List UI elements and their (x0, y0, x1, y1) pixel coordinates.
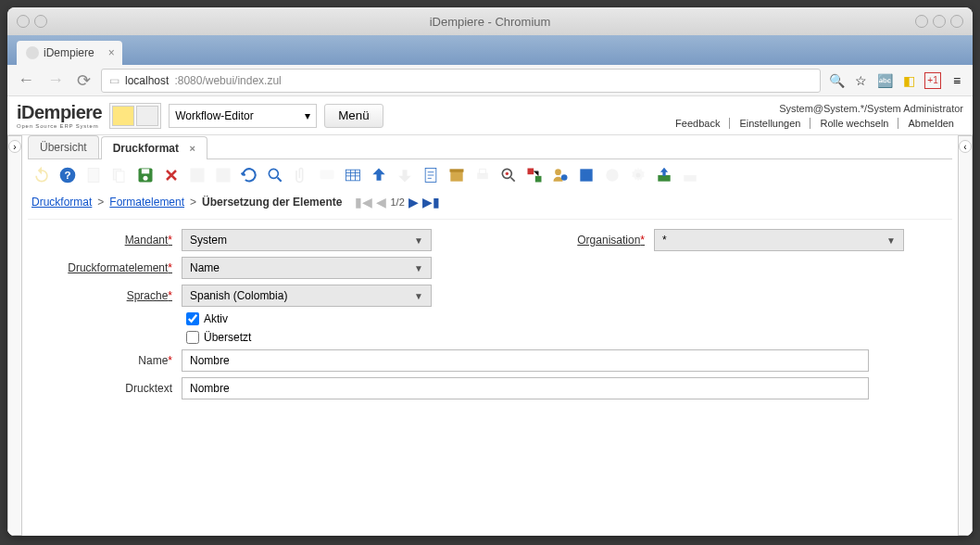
svg-rect-9 (217, 169, 231, 183)
settings-link[interactable]: Einstellungen (730, 118, 810, 129)
app-menu-icon[interactable] (17, 15, 30, 28)
svg-rect-11 (320, 170, 334, 179)
new-icon[interactable] (83, 165, 104, 185)
requests-icon[interactable] (550, 165, 571, 185)
active-workflow-icon[interactable] (524, 165, 545, 185)
first-record-icon[interactable]: ▮◀ (355, 195, 372, 209)
action-toolbar: ? (28, 159, 952, 191)
logo: iDempiere Open Source ERP System (17, 102, 102, 129)
change-role-link[interactable]: Rolle wechseln (810, 118, 898, 129)
new-record-icon[interactable] (112, 106, 134, 126)
print-icon[interactable] (472, 165, 493, 185)
copy-icon[interactable] (109, 165, 130, 185)
browser-tab[interactable]: iDempiere × (17, 41, 122, 65)
window-title: iDempiere - Chromium (430, 15, 551, 29)
next-record-icon[interactable]: ▶ (408, 195, 419, 209)
svg-rect-4 (117, 171, 124, 183)
mandant-select[interactable]: System▼ (182, 229, 432, 251)
save-icon[interactable] (135, 165, 156, 185)
search-icon[interactable] (265, 165, 285, 185)
window-titlebar: iDempiere - Chromium (7, 7, 973, 35)
drucktext-label: Drucktext (33, 382, 172, 395)
workflow-selector[interactable]: Workflow-Editor ▾ (169, 104, 317, 128)
save-new-icon[interactable] (187, 165, 207, 185)
svg-rect-2 (88, 169, 99, 183)
list-view-icon[interactable] (136, 106, 158, 126)
organisation-select[interactable]: *▼ (654, 229, 904, 251)
drucktext-input[interactable] (182, 377, 869, 399)
prev-record-icon[interactable]: ◀ (376, 195, 386, 209)
workspace-tabs: Übersicht Druckformat × (28, 135, 952, 159)
svg-rect-8 (191, 169, 205, 183)
reload-icon[interactable]: ⟳ (74, 70, 94, 91)
mandant-value: System (190, 234, 227, 247)
name-input[interactable] (182, 349, 869, 372)
forward-icon[interactable]: → (44, 70, 67, 90)
product-info-icon[interactable] (576, 165, 597, 185)
maximize-icon[interactable] (933, 15, 946, 28)
crumb-formatelement[interactable]: Formatelement (109, 196, 184, 209)
menu-icon[interactable]: ≡ (949, 72, 965, 89)
logo-sub: Open Source ERP System (17, 123, 102, 129)
close-window-icon[interactable] (950, 15, 963, 28)
refresh-icon[interactable] (239, 165, 259, 185)
process-icon[interactable] (602, 165, 622, 185)
export-icon[interactable] (654, 165, 674, 185)
druckformatelement-select[interactable]: Name▼ (182, 257, 432, 279)
organisation-value: * (662, 234, 667, 247)
gear-icon[interactable] (628, 165, 648, 185)
import-icon[interactable] (680, 165, 700, 185)
archive-icon[interactable] (446, 165, 467, 185)
window-pin-icon[interactable] (34, 15, 47, 28)
address-input[interactable]: ▭ localhost:8080/webui/index.zul (101, 69, 821, 93)
favicon-icon (26, 46, 39, 59)
chat-icon[interactable] (317, 165, 337, 185)
svg-point-31 (606, 169, 618, 181)
left-panel-toggle[interactable]: › (7, 135, 22, 536)
mandant-label: Mandant* (33, 234, 172, 247)
chevron-down-icon: ▼ (414, 263, 423, 273)
feedback-link[interactable]: Feedback (666, 118, 730, 129)
back-icon[interactable]: ← (15, 70, 37, 90)
right-panel-toggle[interactable]: ‹ (958, 135, 973, 536)
undo-icon[interactable] (31, 165, 52, 185)
translate-icon[interactable]: 🔤 (876, 72, 893, 89)
chevron-left-icon: ‹ (959, 140, 972, 153)
last-record-icon[interactable]: ▶▮ (422, 195, 440, 209)
svg-rect-6 (142, 169, 149, 173)
gplus-icon[interactable]: +1 (924, 72, 941, 89)
tab-overview[interactable]: Übersicht (28, 135, 99, 158)
grid-toggle-icon[interactable] (343, 165, 363, 185)
view-toggle-group (109, 103, 161, 129)
chevron-down-icon: ▼ (886, 235, 896, 246)
parent-record-icon[interactable] (369, 165, 389, 185)
attachment-icon[interactable] (291, 165, 311, 185)
crumb-druckformat[interactable]: Druckformat (31, 196, 92, 209)
close-tab-icon[interactable]: × (108, 46, 115, 59)
svg-rect-12 (346, 170, 360, 181)
aktiv-label: Aktiv (204, 312, 228, 325)
browser-tabstrip: iDempiere × (7, 35, 973, 65)
uebersetzt-checkbox[interactable] (186, 331, 199, 344)
zoom-across-icon[interactable] (498, 165, 519, 185)
detail-record-icon[interactable] (395, 165, 415, 185)
crumb-sep: > (190, 196, 196, 209)
url-path: :8080/webui/index.zul (174, 74, 281, 87)
top-links: Feedback Einstellungen Rolle wechseln Ab… (666, 118, 963, 129)
bookmark-icon[interactable]: ☆ (852, 72, 869, 89)
aktiv-checkbox[interactable] (186, 312, 199, 325)
help-icon[interactable]: ? (57, 165, 78, 185)
menu-button[interactable]: Menü (324, 104, 383, 128)
sprache-select[interactable]: Spanish (Colombia)▼ (182, 285, 432, 307)
report-icon[interactable] (421, 165, 441, 185)
cancel-icon[interactable] (213, 165, 233, 185)
close-tab-icon[interactable]: × (189, 143, 195, 154)
svg-point-28 (555, 169, 561, 175)
tab-druckformat[interactable]: Druckformat × (101, 136, 207, 159)
delete-icon[interactable] (161, 165, 182, 185)
crumb-sep: > (97, 196, 104, 209)
zoom-icon[interactable]: 🔍 (828, 72, 845, 89)
minimize-icon[interactable] (915, 15, 928, 28)
extension-icon[interactable]: ◧ (900, 72, 917, 89)
logout-link[interactable]: Abmelden (898, 118, 963, 129)
